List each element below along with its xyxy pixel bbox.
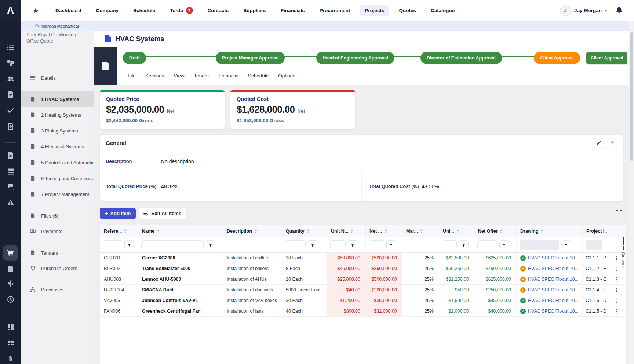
sidebar-item-files[interactable]: Files (6) <box>21 208 94 223</box>
sidebar-item-purchase-orders[interactable]: Purchase Orders <box>21 261 94 276</box>
rows-icon[interactable] <box>7 167 14 175</box>
menu-schedule[interactable]: Schedule <box>248 73 269 79</box>
column-header-quantity[interactable]: Quantity <box>282 225 327 237</box>
filter-icon[interactable] <box>124 240 134 250</box>
filter-icon[interactable] <box>459 240 469 250</box>
fullscreen-icon[interactable] <box>615 209 623 217</box>
nav-contacts[interactable]: Contacts <box>203 5 234 16</box>
table-row[interactable]: AHU003 Lennox AHU-5000 Installation of A… <box>100 274 626 285</box>
split-arrows-icon[interactable] <box>7 280 14 287</box>
edit-general-button[interactable] <box>594 138 604 148</box>
list-icon[interactable] <box>7 43 14 51</box>
column-header-description[interactable]: Description <box>223 225 282 237</box>
user-menu[interactable]: J Jay Morgan ▾ <box>560 0 607 21</box>
filter-icon[interactable] <box>499 240 509 250</box>
sidebar-section-4[interactable]: 4 Electrical Systems <box>21 139 94 154</box>
add-item-button[interactable]: +Add Item <box>100 208 136 219</box>
column-header-reference[interactable]: Refere... <box>100 225 138 237</box>
dollar-icon[interactable]: $ <box>7 355 14 363</box>
nav-catalogue[interactable]: Catalogue <box>426 5 459 16</box>
net-offer-filter-input[interactable] <box>477 240 497 250</box>
filter-icon[interactable] <box>386 240 396 250</box>
warning-icon[interactable] <box>7 199 14 206</box>
row-menu-button[interactable]: ⋮ <box>607 274 626 284</box>
row-menu-button[interactable]: ⋮ <box>607 295 626 306</box>
sidebar-section-2[interactable]: 2 Heating Systems <box>21 107 94 123</box>
nav-quotes[interactable]: Quotes <box>394 5 421 16</box>
column-header-drawing[interactable]: Drawing <box>517 225 583 237</box>
company-breadcrumb[interactable]: Morgan Mechanical <box>21 21 94 31</box>
sidebar-item-payments[interactable]: Payments <box>21 223 94 239</box>
nav-suppliers[interactable]: Suppliers <box>238 5 271 16</box>
menu-financial[interactable]: Financial <box>219 73 238 79</box>
menu-sections[interactable]: Sections <box>145 73 164 79</box>
quantity-filter-input[interactable] <box>285 240 306 250</box>
nav-company[interactable]: Company <box>91 5 124 16</box>
hierarchy-icon[interactable] <box>7 59 14 67</box>
nav-projects[interactable]: Projects <box>360 5 389 16</box>
unit-offer-filter-input[interactable] <box>442 240 457 250</box>
column-header-unit-offer[interactable]: Uni... <box>439 225 474 237</box>
scrollbar-thumb[interactable] <box>630 32 633 161</box>
column-header-net-offer[interactable]: Net Offer <box>474 225 517 237</box>
nav-dashboard[interactable]: Dashboard <box>51 5 86 16</box>
check-icon[interactable] <box>7 106 14 114</box>
sidebar-section-6[interactable]: 6 Testing and Commissioning <box>21 171 94 186</box>
table-row[interactable]: FAN006 Greenheck Centrifugal Fan Install… <box>100 306 626 317</box>
collapse-general-button[interactable] <box>607 138 617 148</box>
sidebar-section-3[interactable]: 3 Piping Systems <box>21 123 94 138</box>
filter-icon[interactable] <box>561 240 571 250</box>
section-tab[interactable] <box>94 47 117 85</box>
edit-all-items-button[interactable]: Edit All Items <box>139 208 186 219</box>
table-row[interactable]: DUCT004 SMACNA Duct Installation of duct… <box>100 285 626 295</box>
sidebar-item-tenders[interactable]: Tenders <box>21 245 94 261</box>
name-filter-input[interactable] <box>141 240 204 250</box>
menu-file[interactable]: File <box>128 73 136 79</box>
favorite-star-icon[interactable]: ★ <box>32 0 39 21</box>
drawing-link[interactable]: HVAC SPEC Fit-out 10... <box>528 298 579 303</box>
nav-todo[interactable]: To-do7 <box>165 4 197 17</box>
drawing-link[interactable]: HVAC SPEC Fit-out 10... <box>528 287 579 292</box>
column-header-project[interactable]: Project I... <box>583 225 607 237</box>
reference-filter-input[interactable] <box>103 240 122 250</box>
drawing-link[interactable]: HVAC SPEC Fit-out 10... <box>528 309 579 314</box>
filter-icon[interactable] <box>348 240 357 250</box>
menu-tender[interactable]: Tender <box>194 73 209 79</box>
users-icon[interactable] <box>7 75 14 83</box>
sidebar-section-7[interactable]: 7 Project Management <box>21 186 94 202</box>
sidebar-item-details[interactable]: Details <box>21 70 94 85</box>
cart-icon[interactable] <box>3 245 18 261</box>
columns-panel-toggle[interactable]: Columns <box>620 237 627 269</box>
sidebar-section-5[interactable]: 5 Controls and Automation <box>21 155 94 170</box>
table-row[interactable]: BLR002 Trane BoilMaster 5000 Installatio… <box>100 263 626 274</box>
drawing-link[interactable]: HVAC SPEC Fit-out 10... <box>528 277 579 282</box>
drawing-link[interactable]: HVAC SPEC Fit-out 10... <box>528 255 579 261</box>
net-filter-input[interactable] <box>369 240 384 250</box>
column-header-margin[interactable]: Mar... <box>402 225 439 237</box>
sidebar-section-1[interactable]: 1 HVAC Systems <box>21 91 94 107</box>
notifications-bell-icon[interactable] <box>615 7 623 14</box>
column-header-net[interactable]: Net ... <box>366 225 402 237</box>
grid-icon[interactable] <box>7 323 14 331</box>
file-upload-icon[interactable] <box>7 122 14 130</box>
column-header-name[interactable]: Name <box>138 225 223 237</box>
row-menu-button[interactable]: ⋮ <box>607 306 626 316</box>
sidebar-item-processes[interactable]: Processes <box>21 282 94 297</box>
client-approval-button[interactable]: Client Approval <box>586 52 627 64</box>
row-menu-button[interactable]: ⋮ <box>607 285 626 295</box>
table-row[interactable]: VAV005 Johnson Controls VAV-V1 Installat… <box>100 295 626 306</box>
filter-icon[interactable] <box>206 240 215 250</box>
clock-icon[interactable] <box>7 295 14 303</box>
document-icon[interactable] <box>7 151 14 159</box>
nav-procurement[interactable]: Procurement <box>315 5 355 16</box>
nav-schedule[interactable]: Schedule <box>128 5 160 16</box>
table-row[interactable]: CHL001 Carrier XG2000 Installation of ch… <box>100 253 626 263</box>
nav-financials[interactable]: Financials <box>276 5 310 16</box>
unit-net-filter-input[interactable] <box>330 240 346 250</box>
chat-icon[interactable] <box>7 183 14 190</box>
document-icon[interactable] <box>7 265 14 273</box>
table-icon[interactable] <box>7 339 14 347</box>
filter-icon[interactable] <box>308 240 317 250</box>
column-header-unit-net[interactable]: Unit N... <box>327 225 366 237</box>
menu-view[interactable]: View <box>174 73 185 79</box>
